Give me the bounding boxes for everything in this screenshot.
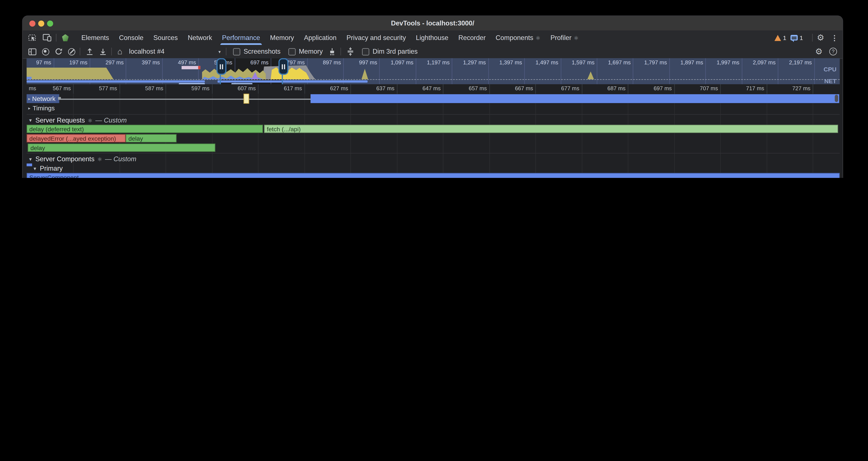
- ruler-tick: [674, 84, 675, 94]
- timeline-gridline: [258, 94, 259, 178]
- collapsed-arrow-icon: ▸: [28, 106, 30, 111]
- timings-track-label: Timings: [33, 105, 55, 111]
- span-bar[interactable]: fetch (.../api): [264, 125, 838, 133]
- span-bar[interactable]: delay: [28, 143, 216, 152]
- tab-sources[interactable]: Sources: [149, 31, 183, 45]
- checkbox-box[interactable]: [362, 48, 369, 55]
- ruler-tick: [119, 84, 120, 94]
- tab-recorder[interactable]: Recorder: [454, 31, 491, 45]
- tab-privacy-and-security[interactable]: Privacy and security: [342, 31, 411, 45]
- span-label: delay: [31, 144, 45, 151]
- timeline-gridline: [443, 94, 443, 178]
- ruler-tick-label: 697 ms: [632, 85, 672, 91]
- server-requests-track-header[interactable]: ▼ Server Requests ⚛ — Custom: [28, 116, 127, 124]
- tab-profiler[interactable]: Profiler⚛: [546, 31, 584, 45]
- history-selected-value: localhost #4: [129, 48, 164, 55]
- tab-lighthouse[interactable]: Lighthouse: [411, 31, 454, 45]
- minimap-net-bar: [218, 80, 368, 82]
- timeline-minimap[interactable]: 97 ms197 ms297 ms397 ms497 ms597 ms697 m…: [27, 58, 840, 84]
- save-profile-icon[interactable]: [99, 48, 107, 55]
- tab-label: Elements: [82, 34, 109, 41]
- tabbar-separator: [812, 34, 812, 41]
- history-select[interactable]: localhost #4 ▼: [129, 48, 221, 55]
- tabbar-right: 1 1 ⚙ ⋮: [775, 33, 838, 42]
- message-count[interactable]: 1: [800, 34, 803, 41]
- timings-track-header[interactable]: ▸ Timings: [28, 105, 55, 111]
- issues-message-icon[interactable]: [791, 35, 798, 40]
- checkbox-box[interactable]: [288, 48, 296, 55]
- ruler-tick-label: 707 ms: [678, 85, 718, 91]
- network-request-selected-marker[interactable]: [244, 94, 249, 104]
- tab-memory[interactable]: Memory: [265, 31, 299, 45]
- track-accent-tick: [27, 164, 32, 166]
- toolbar-separator: [80, 48, 80, 55]
- ruler-tick-label: 587 ms: [123, 85, 163, 91]
- network-track-label: Network: [32, 95, 55, 102]
- server-components-track-header[interactable]: ▼ Server Components ⚛ — Custom: [28, 155, 136, 163]
- timeline-ruler: ms 567 ms577 ms587 ms597 ms607 ms617 ms6…: [27, 84, 840, 94]
- primary-group-header[interactable]: ▼ Primary: [33, 165, 63, 172]
- expanded-arrow-icon: ▼: [28, 156, 33, 162]
- collapse-tracks-icon[interactable]: [347, 47, 354, 56]
- ruler-tick: [258, 84, 259, 94]
- settings-gear-icon[interactable]: ⚙: [817, 33, 824, 42]
- tab-console[interactable]: Console: [114, 31, 149, 45]
- selection-left-handle[interactable]: [216, 58, 226, 75]
- server-components-title: Server Components: [35, 155, 95, 163]
- tab-application[interactable]: Application: [299, 31, 342, 45]
- inspect-element-icon[interactable]: [28, 33, 37, 42]
- timeline-gridline: [397, 94, 397, 178]
- ruler-tick: [212, 84, 212, 94]
- warning-count[interactable]: 1: [783, 34, 786, 41]
- home-icon[interactable]: ⌂: [117, 48, 122, 55]
- load-profile-icon[interactable]: [86, 48, 94, 55]
- timeline-gridline: [304, 94, 305, 178]
- screenshots-checkbox[interactable]: Screenshots: [233, 48, 280, 55]
- ruler-tick-label: 657 ms: [447, 85, 487, 91]
- timeline-gridline: [489, 94, 490, 178]
- memory-label: Memory: [299, 48, 323, 55]
- server-requests-mode: — Custom: [95, 116, 127, 124]
- tab-network[interactable]: Network: [183, 31, 217, 45]
- network-track-header[interactable]: ▸ Network: [27, 94, 59, 103]
- dim-3rd-parties-checkbox[interactable]: Dim 3rd parties: [362, 48, 417, 55]
- span-bar[interactable]: delayedError (...ayed exception): [27, 134, 126, 142]
- span-label: delayedError (...ayed exception): [29, 135, 116, 142]
- ruler-tick-label: 597 ms: [169, 85, 210, 91]
- tracks-vertical-scrollbar[interactable]: [835, 95, 838, 102]
- react-atom-icon: ⚛: [97, 156, 102, 162]
- device-toolbar-icon[interactable]: [43, 33, 52, 42]
- capture-settings-gear-icon[interactable]: ⚙: [815, 47, 823, 56]
- checkbox-box[interactable]: [233, 48, 240, 55]
- timeline-gridline: [813, 94, 813, 178]
- tab-elements[interactable]: Elements: [76, 31, 114, 45]
- clear-button[interactable]: [68, 48, 75, 55]
- dim-3rd-parties-label: Dim 3rd parties: [373, 48, 418, 55]
- ruler-tick-label: 647 ms: [401, 85, 441, 91]
- timeline-gridline: [212, 94, 212, 178]
- tab-label: Privacy and security: [346, 34, 406, 41]
- tab-performance[interactable]: Performance: [217, 31, 265, 45]
- span-bar[interactable]: ServerComponent: [27, 173, 840, 178]
- record-button[interactable]: [42, 48, 49, 55]
- memory-checkbox[interactable]: Memory: [288, 48, 323, 55]
- span-bar[interactable]: delay: [126, 134, 177, 142]
- kebab-menu-icon[interactable]: ⋮: [831, 34, 838, 42]
- ruler-tick-label: 627 ms: [308, 85, 348, 91]
- server-requests-title: Server Requests: [35, 116, 85, 124]
- help-icon[interactable]: ?: [829, 48, 837, 55]
- reload-and-record-button[interactable]: [55, 48, 63, 55]
- dropdown-arrow-icon: ▼: [218, 50, 221, 54]
- warning-icon[interactable]: [775, 35, 781, 41]
- span-bar[interactable]: delay (deferred text): [27, 125, 263, 133]
- toggle-sidebar-icon[interactable]: [28, 48, 36, 55]
- network-request-whisker: [59, 98, 311, 99]
- expanded-arrow-icon: ▼: [28, 118, 33, 123]
- garbage-collect-icon[interactable]: [328, 48, 336, 56]
- selection-right-handle[interactable]: [279, 58, 288, 75]
- network-request-bar[interactable]: [311, 94, 839, 103]
- tab-label: Memory: [270, 34, 294, 41]
- tab-label: Performance: [222, 34, 260, 41]
- tab-components[interactable]: Components⚛: [491, 31, 546, 45]
- ruler-tick: [535, 84, 536, 94]
